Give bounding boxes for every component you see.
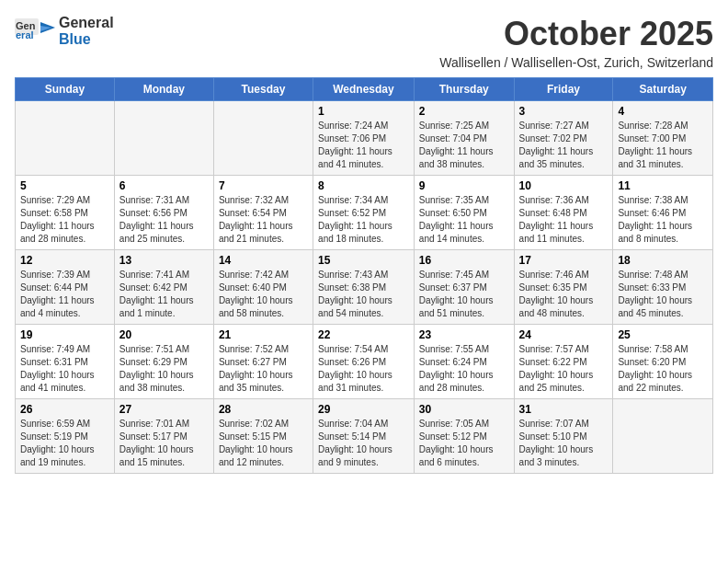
day-number: 14 bbox=[219, 254, 308, 267]
week-row-1: 1Sunrise: 7:24 AMSunset: 7:06 PMDaylight… bbox=[16, 101, 713, 176]
logo-icon: Gen eral bbox=[15, 15, 55, 48]
week-row-3: 12Sunrise: 7:39 AMSunset: 6:44 PMDayligh… bbox=[16, 250, 713, 325]
day-number: 5 bbox=[20, 179, 109, 192]
calendar-cell bbox=[114, 101, 213, 176]
logo: Gen eral General Blue bbox=[15, 15, 114, 48]
day-info: Sunrise: 7:48 AMSunset: 6:33 PMDaylight:… bbox=[618, 269, 708, 320]
day-number: 19 bbox=[20, 328, 109, 341]
page-header: Gen eral General Blue October 2025 Walli… bbox=[15, 15, 713, 70]
calendar-cell: 29Sunrise: 7:04 AMSunset: 5:14 PMDayligh… bbox=[313, 399, 415, 474]
day-number: 23 bbox=[419, 328, 509, 341]
day-number: 31 bbox=[519, 403, 609, 416]
day-number: 1 bbox=[318, 105, 409, 118]
day-info: Sunrise: 7:57 AMSunset: 6:22 PMDaylight:… bbox=[519, 343, 609, 395]
day-header-friday: Friday bbox=[514, 78, 613, 101]
day-number: 15 bbox=[318, 254, 409, 267]
day-number: 9 bbox=[419, 179, 509, 192]
calendar-cell: 17Sunrise: 7:46 AMSunset: 6:35 PMDayligh… bbox=[514, 250, 613, 325]
day-number: 13 bbox=[119, 254, 209, 267]
calendar-cell bbox=[16, 101, 115, 176]
location-subtitle: Wallisellen / Wallisellen-Ost, Zurich, S… bbox=[439, 55, 713, 70]
calendar-cell: 9Sunrise: 7:35 AMSunset: 6:50 PMDaylight… bbox=[414, 176, 514, 250]
day-info: Sunrise: 7:58 AMSunset: 6:20 PMDaylight:… bbox=[618, 343, 708, 395]
day-info: Sunrise: 7:52 AMSunset: 6:27 PMDaylight:… bbox=[219, 343, 308, 395]
day-info: Sunrise: 7:35 AMSunset: 6:50 PMDaylight:… bbox=[419, 194, 509, 246]
day-header-saturday: Saturday bbox=[613, 78, 713, 101]
day-info: Sunrise: 7:27 AMSunset: 7:02 PMDaylight:… bbox=[519, 120, 609, 171]
calendar-cell bbox=[613, 399, 713, 474]
day-number: 20 bbox=[119, 328, 209, 341]
day-number: 21 bbox=[219, 328, 308, 341]
day-info: Sunrise: 7:31 AMSunset: 6:56 PMDaylight:… bbox=[119, 194, 209, 246]
calendar-cell bbox=[213, 101, 313, 176]
day-header-tuesday: Tuesday bbox=[213, 78, 313, 101]
day-info: Sunrise: 7:43 AMSunset: 6:38 PMDaylight:… bbox=[318, 269, 409, 320]
day-info: Sunrise: 7:54 AMSunset: 6:26 PMDaylight:… bbox=[318, 343, 409, 395]
week-row-2: 5Sunrise: 7:29 AMSunset: 6:58 PMDaylight… bbox=[16, 176, 713, 250]
calendar-cell: 20Sunrise: 7:51 AMSunset: 6:29 PMDayligh… bbox=[114, 325, 213, 399]
day-number: 2 bbox=[419, 105, 509, 118]
calendar-cell: 23Sunrise: 7:55 AMSunset: 6:24 PMDayligh… bbox=[414, 325, 514, 399]
day-number: 7 bbox=[219, 179, 308, 192]
day-number: 17 bbox=[519, 254, 609, 267]
day-number: 27 bbox=[119, 403, 209, 416]
day-info: Sunrise: 7:24 AMSunset: 7:06 PMDaylight:… bbox=[318, 120, 409, 171]
day-info: Sunrise: 7:32 AMSunset: 6:54 PMDaylight:… bbox=[219, 194, 308, 246]
day-number: 30 bbox=[419, 403, 509, 416]
day-info: Sunrise: 7:36 AMSunset: 6:48 PMDaylight:… bbox=[519, 194, 609, 246]
day-info: Sunrise: 7:07 AMSunset: 5:10 PMDaylight:… bbox=[519, 418, 609, 469]
calendar-cell: 30Sunrise: 7:05 AMSunset: 5:12 PMDayligh… bbox=[414, 399, 514, 474]
day-number: 29 bbox=[318, 403, 409, 416]
day-info: Sunrise: 7:34 AMSunset: 6:52 PMDaylight:… bbox=[318, 194, 409, 246]
day-number: 16 bbox=[419, 254, 509, 267]
calendar-cell: 16Sunrise: 7:45 AMSunset: 6:37 PMDayligh… bbox=[414, 250, 514, 325]
day-number: 12 bbox=[20, 254, 109, 267]
calendar-cell: 31Sunrise: 7:07 AMSunset: 5:10 PMDayligh… bbox=[514, 399, 613, 474]
calendar-cell: 13Sunrise: 7:41 AMSunset: 6:42 PMDayligh… bbox=[114, 250, 213, 325]
day-info: Sunrise: 7:05 AMSunset: 5:12 PMDaylight:… bbox=[419, 418, 509, 469]
day-number: 24 bbox=[519, 328, 609, 341]
day-info: Sunrise: 7:55 AMSunset: 6:24 PMDaylight:… bbox=[419, 343, 509, 395]
logo-general: General bbox=[59, 15, 114, 31]
day-info: Sunrise: 7:38 AMSunset: 6:46 PMDaylight:… bbox=[618, 194, 708, 246]
calendar-cell: 5Sunrise: 7:29 AMSunset: 6:58 PMDaylight… bbox=[16, 176, 115, 250]
day-number: 4 bbox=[618, 105, 708, 118]
day-info: Sunrise: 7:01 AMSunset: 5:17 PMDaylight:… bbox=[119, 418, 209, 469]
logo-blue: Blue bbox=[59, 31, 114, 48]
day-header-monday: Monday bbox=[114, 78, 213, 101]
calendar-cell: 2Sunrise: 7:25 AMSunset: 7:04 PMDaylight… bbox=[414, 101, 514, 176]
day-info: Sunrise: 7:45 AMSunset: 6:37 PMDaylight:… bbox=[419, 269, 509, 320]
day-number: 28 bbox=[219, 403, 308, 416]
day-info: Sunrise: 7:46 AMSunset: 6:35 PMDaylight:… bbox=[519, 269, 609, 320]
calendar-cell: 21Sunrise: 7:52 AMSunset: 6:27 PMDayligh… bbox=[213, 325, 313, 399]
day-info: Sunrise: 7:02 AMSunset: 5:15 PMDaylight:… bbox=[219, 418, 308, 469]
day-info: Sunrise: 6:59 AMSunset: 5:19 PMDaylight:… bbox=[20, 418, 109, 469]
day-info: Sunrise: 7:51 AMSunset: 6:29 PMDaylight:… bbox=[119, 343, 209, 395]
calendar-cell: 6Sunrise: 7:31 AMSunset: 6:56 PMDaylight… bbox=[114, 176, 213, 250]
day-number: 8 bbox=[318, 179, 409, 192]
week-row-5: 26Sunrise: 6:59 AMSunset: 5:19 PMDayligh… bbox=[16, 399, 713, 474]
calendar-cell: 7Sunrise: 7:32 AMSunset: 6:54 PMDaylight… bbox=[213, 176, 313, 250]
day-headers-row: SundayMondayTuesdayWednesdayThursdayFrid… bbox=[16, 78, 713, 101]
calendar-cell: 11Sunrise: 7:38 AMSunset: 6:46 PMDayligh… bbox=[613, 176, 713, 250]
calendar-cell: 12Sunrise: 7:39 AMSunset: 6:44 PMDayligh… bbox=[16, 250, 115, 325]
day-header-sunday: Sunday bbox=[16, 78, 115, 101]
day-info: Sunrise: 7:28 AMSunset: 7:00 PMDaylight:… bbox=[618, 120, 708, 171]
calendar-table: SundayMondayTuesdayWednesdayThursdayFrid… bbox=[15, 77, 713, 474]
calendar-cell: 14Sunrise: 7:42 AMSunset: 6:40 PMDayligh… bbox=[213, 250, 313, 325]
day-number: 22 bbox=[318, 328, 409, 341]
calendar-cell: 24Sunrise: 7:57 AMSunset: 6:22 PMDayligh… bbox=[514, 325, 613, 399]
month-title: October 2025 bbox=[439, 15, 713, 53]
calendar-cell: 3Sunrise: 7:27 AMSunset: 7:02 PMDaylight… bbox=[514, 101, 613, 176]
day-info: Sunrise: 7:25 AMSunset: 7:04 PMDaylight:… bbox=[419, 120, 509, 171]
calendar-cell: 1Sunrise: 7:24 AMSunset: 7:06 PMDaylight… bbox=[313, 101, 415, 176]
svg-text:eral: eral bbox=[16, 29, 34, 40]
day-number: 3 bbox=[519, 105, 609, 118]
calendar-cell: 26Sunrise: 6:59 AMSunset: 5:19 PMDayligh… bbox=[16, 399, 115, 474]
calendar-cell: 10Sunrise: 7:36 AMSunset: 6:48 PMDayligh… bbox=[514, 176, 613, 250]
calendar-cell: 4Sunrise: 7:28 AMSunset: 7:00 PMDaylight… bbox=[613, 101, 713, 176]
day-info: Sunrise: 7:41 AMSunset: 6:42 PMDaylight:… bbox=[119, 269, 209, 320]
week-row-4: 19Sunrise: 7:49 AMSunset: 6:31 PMDayligh… bbox=[16, 325, 713, 399]
day-number: 11 bbox=[618, 179, 708, 192]
day-number: 10 bbox=[519, 179, 609, 192]
